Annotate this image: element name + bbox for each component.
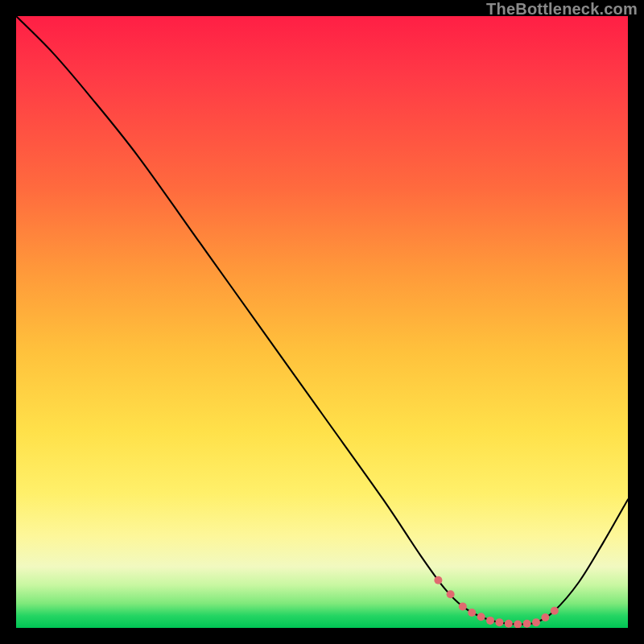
optimal-dot — [541, 613, 549, 621]
optimal-dot — [495, 618, 503, 626]
optimal-dot — [459, 602, 467, 610]
bottleneck-curve — [16, 16, 628, 624]
optimal-dot — [523, 620, 531, 628]
optimal-dot — [514, 620, 522, 628]
optimal-dot — [477, 613, 485, 621]
optimal-dot — [486, 617, 494, 625]
optimal-dot — [434, 576, 442, 584]
chart-frame: TheBottleneck.com — [0, 0, 644, 644]
optimal-dot — [551, 607, 559, 615]
optimal-dot — [505, 620, 513, 628]
watermark-text: TheBottleneck.com — [486, 0, 638, 19]
optimal-dot — [532, 618, 540, 626]
optimal-dot — [447, 590, 455, 598]
plot-area — [16, 16, 628, 628]
optimal-dot — [468, 609, 476, 617]
chart-svg — [16, 16, 628, 628]
